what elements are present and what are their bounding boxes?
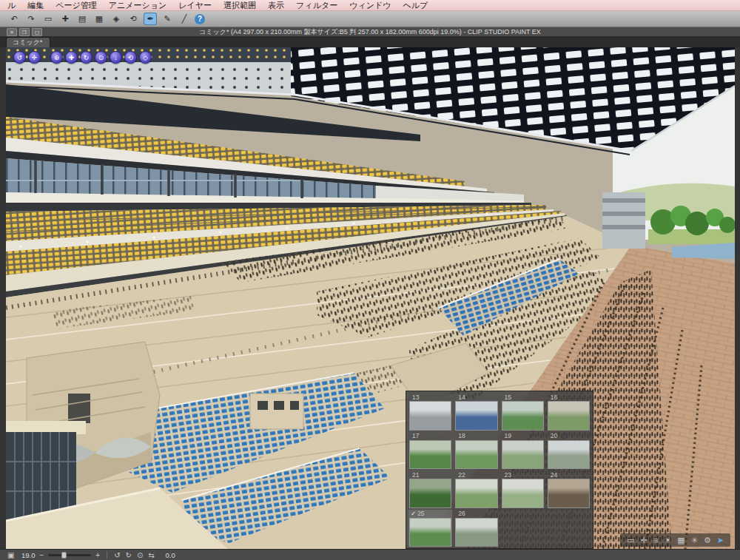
menu-item[interactable]: ル <box>1 0 21 10</box>
thumbnail-header: ✓ 25 <box>409 510 451 518</box>
3d-toolbar-icon[interactable]: ▭ <box>627 536 634 545</box>
thumbnail-item[interactable]: 13 <box>408 393 452 431</box>
toolbar-icon[interactable]: ✚ <box>58 13 72 25</box>
thumbnail-item[interactable]: 26 <box>454 510 498 547</box>
thumbnail-image <box>409 401 451 431</box>
3d-manipulation-icon[interactable]: ↺ <box>13 51 26 64</box>
3d-toolbar-icon[interactable]: ☀ <box>664 536 671 545</box>
toolbar-icon[interactable]: ⟲ <box>127 13 140 25</box>
thumbnail-number: 26 <box>458 510 465 517</box>
thumbnail-image <box>502 479 544 508</box>
toolbar-icon[interactable]: ? <box>195 14 205 24</box>
navigator-icon[interactable]: ▣ <box>7 551 14 559</box>
3d-manipulation-icon[interactable]: ✚ <box>65 51 78 64</box>
thumbnail-number: 22 <box>458 471 465 479</box>
document-title: コミック* (A4 297.00 x 210.00mm 製本サイズ:B5 判 2… <box>199 27 541 37</box>
menu-item[interactable]: ウィンドウ <box>343 0 397 10</box>
toolbar-icon[interactable]: ↷ <box>24 13 38 25</box>
thumbnail-header: 14 <box>455 393 497 401</box>
toolbar-icon[interactable]: ◈ <box>110 13 123 25</box>
3d-manipulation-icon[interactable]: ⊙ <box>95 51 107 64</box>
window-buttons: ✕❐▢ <box>7 28 42 36</box>
thumbnail-item[interactable]: 23 <box>501 470 545 508</box>
3d-toolbar-icon[interactable]: ➤ <box>717 536 724 545</box>
3d-toolbar-icon[interactable]: ✛ <box>641 536 648 545</box>
3d-toolbar-icon[interactable]: ≡ <box>653 536 658 544</box>
thumbnail-item[interactable]: 20 <box>547 432 591 470</box>
thumbnail-item[interactable]: 17 <box>408 432 452 470</box>
zoom-slider[interactable] <box>48 554 91 556</box>
menu-bar: ル編集ページ管理アニメーションレイヤー選択範囲表示フィルターウィンドウヘルプ <box>0 0 740 11</box>
toolbar-icon[interactable]: ✎ <box>161 13 174 25</box>
thumbnail-image <box>409 518 451 547</box>
thumbnail-image <box>502 440 544 470</box>
zoom-in-button[interactable]: + <box>95 551 100 559</box>
thumbnail-header: 20 <box>548 432 590 440</box>
menu-item[interactable]: フィルター <box>290 0 343 10</box>
thumbnail-number: 15 <box>505 394 511 401</box>
menu-item[interactable]: アニメーション <box>103 0 173 10</box>
thumbnail-item[interactable]: 16 <box>547 393 591 431</box>
thumbnail-image <box>455 518 497 547</box>
thumbnail-image <box>455 479 497 508</box>
toolbar-icon[interactable]: ↶ <box>7 13 21 25</box>
toolbar-icon[interactable]: ✒ <box>144 13 157 25</box>
view-nav-icon[interactable]: ⇆ <box>148 551 154 559</box>
zoom-value: 19.0 <box>18 551 35 559</box>
3d-toolbar-icon[interactable]: ✳ <box>691 536 698 545</box>
thumbnail-image <box>502 401 544 431</box>
menu-item[interactable]: 編集 <box>21 0 50 10</box>
toolbar-icon[interactable]: ▤ <box>75 13 89 25</box>
thumbnail-number: 14 <box>458 394 465 401</box>
3d-object-toolbar: ▭✛≡☀▦✳⚙➤ <box>620 533 730 547</box>
thumbnail-image <box>455 440 497 470</box>
divider <box>107 551 107 559</box>
3d-manipulation-icon[interactable]: ↓ <box>110 51 122 64</box>
canvas-tab[interactable]: コミック* <box>6 37 50 47</box>
menu-item[interactable]: ヘルプ <box>397 0 434 10</box>
window-button[interactable]: ▢ <box>32 28 42 36</box>
menu-item[interactable]: ページ管理 <box>50 0 103 10</box>
thumbnail-item[interactable]: 22 <box>454 470 498 508</box>
3d-manipulation-icon[interactable]: ⟲ <box>124 51 137 64</box>
thumbnail-number: 18 <box>458 432 465 439</box>
thumbnail-image <box>548 401 590 431</box>
thumbnail-item[interactable]: 21 <box>408 470 452 508</box>
3d-manipulation-icon[interactable]: ↻ <box>80 51 92 64</box>
thumbnail-header: 24 <box>548 470 590 479</box>
menu-item[interactable]: 選択範囲 <box>218 0 262 10</box>
canvas-3d-viewport[interactable]: ↺✛⊕✚↻⊙↓⟲◇ 13 14 <box>6 47 735 549</box>
toolbar-icon[interactable]: ╱ <box>178 13 191 25</box>
3d-manipulation-icon[interactable]: ✛ <box>28 51 41 64</box>
view-nav-icon[interactable]: ↻ <box>126 551 132 559</box>
thumbnail-item[interactable]: ✓ 25 <box>408 510 452 547</box>
thumbnail-header: 26 <box>455 510 497 518</box>
3d-toolbar-icon[interactable]: ▦ <box>677 536 684 545</box>
thumbnail-item[interactable]: 18 <box>454 432 498 470</box>
thumbnail-item[interactable]: 15 <box>501 393 545 431</box>
thumbnail-header: 22 <box>455 470 497 479</box>
menu-item[interactable]: 表示 <box>262 0 290 10</box>
thumbnail-number: 24 <box>551 471 557 479</box>
main-toolbar: ↶↷▭✚▤▦◈⟲✒✎╱? <box>0 11 740 27</box>
3d-manipulation-icon[interactable]: ⊕ <box>50 51 63 64</box>
3d-manipulation-icon[interactable]: ◇ <box>139 51 152 64</box>
toolbar-icon[interactable]: ▭ <box>41 13 55 25</box>
view-nav-icon[interactable]: ⊙ <box>137 551 143 559</box>
thumbnail-item[interactable]: 19 <box>501 432 545 470</box>
window-button[interactable]: ✕ <box>7 28 17 36</box>
3d-toolbar-icon[interactable]: ⚙ <box>704 536 711 545</box>
zoom-out-button[interactable]: − <box>39 551 44 559</box>
window-button[interactable]: ❐ <box>19 28 30 36</box>
thumbnail-number: 21 <box>412 471 419 479</box>
view-nav-icon[interactable]: ↺ <box>114 551 120 559</box>
clip-studio-paint-window: ル編集ページ管理アニメーションレイヤー選択範囲表示フィルターウィンドウヘルプ ↶… <box>0 0 740 560</box>
toolbar-icon[interactable]: ▦ <box>92 13 106 25</box>
thumbnail-image <box>548 479 590 508</box>
thumbnail-number: 25 <box>417 510 424 517</box>
thumbnail-item[interactable]: 24 <box>547 470 591 508</box>
menu-item[interactable]: レイヤー <box>172 0 218 10</box>
zoom-slider-knob[interactable] <box>61 552 67 559</box>
3d-preset-thumbnail-panel: 13 14 15 <box>406 391 593 549</box>
thumbnail-item[interactable]: 14 <box>454 393 498 431</box>
